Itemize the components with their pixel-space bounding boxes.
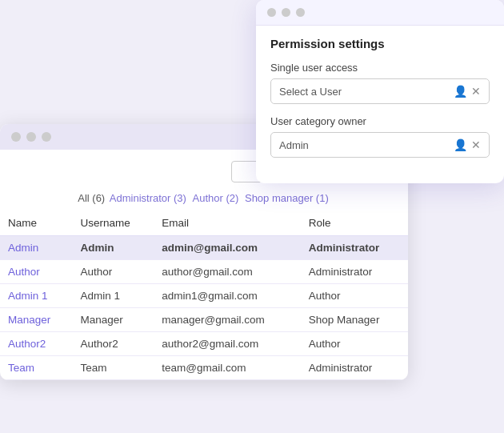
user-icon: 👤: [454, 85, 467, 98]
cell-role: Administrator: [301, 356, 408, 380]
single-user-label: Single user access: [270, 62, 490, 74]
user-category-value: Admin: [279, 139, 309, 151]
cell-name[interactable]: Admin: [0, 236, 73, 260]
table-row: AdminAdminadmin@gmail.comAdministrator: [0, 236, 408, 260]
fg-dot-1: [267, 8, 276, 17]
table-row: ManagerManagermanager@gmail.comShop Mana…: [0, 308, 408, 332]
filter-shopmanager[interactable]: Shop manager (1): [245, 192, 329, 204]
cell-role: Author: [301, 332, 408, 356]
dot-2: [26, 132, 36, 142]
dot-3: [42, 132, 51, 142]
close-icon[interactable]: ✕: [471, 85, 481, 98]
single-user-placeholder: Select a User: [279, 86, 342, 98]
cell-username: Author2: [73, 332, 154, 356]
col-role: Role: [301, 210, 408, 236]
table-row: AuthorAuthorauthor@gmail.comAdministrato…: [0, 260, 408, 284]
cell-username: Admin: [73, 236, 154, 260]
table-row: TeamTeamteam@gmail.comAdministrator: [0, 356, 408, 380]
cell-role: Administrator: [301, 260, 408, 284]
filter-author[interactable]: Author (2): [193, 192, 239, 204]
cell-role: Author: [301, 284, 408, 308]
bg-window-body: Search Users All (6) Administrator (3) A…: [0, 150, 408, 380]
cell-email: author@gmail.com: [154, 260, 301, 284]
table-row: Author2Author2author2@gmail.comAuthor: [0, 332, 408, 356]
cell-email: team@gmail.com: [154, 356, 301, 380]
cell-email: admin1@gmail.com: [154, 284, 301, 308]
cell-name[interactable]: Author: [0, 260, 73, 284]
cell-username: Manager: [73, 308, 154, 332]
fg-titlebar: [256, 0, 504, 26]
cell-name[interactable]: Team: [0, 356, 73, 380]
fg-body: Permission settings Single user access S…: [256, 26, 504, 183]
fg-dot-2: [282, 8, 290, 17]
col-name: Name: [0, 210, 73, 236]
table-row: Admin 1Admin 1admin1@gmail.comAuthor: [0, 284, 408, 308]
cell-name[interactable]: Admin 1: [0, 284, 73, 308]
cell-username: Admin 1: [73, 284, 154, 308]
cell-name[interactable]: Author2: [0, 332, 73, 356]
close-icon-2[interactable]: ✕: [471, 138, 481, 151]
user-table: Name Username Email Role AdminAdminadmin…: [0, 210, 408, 380]
filter-row: All (6) Administrator (3) Author (2) Sho…: [0, 189, 408, 210]
filter-administrator[interactable]: Administrator (3): [110, 192, 186, 204]
cell-username: Team: [73, 356, 154, 380]
user-category-icons: 👤 ✕: [454, 138, 481, 151]
cell-role: Shop Manager: [301, 308, 408, 332]
user-icon-2: 👤: [454, 138, 467, 151]
col-email: Email: [154, 210, 301, 236]
fg-dot-3: [296, 8, 305, 17]
user-category-label: User category owner: [270, 115, 490, 127]
permission-title: Permission settings: [270, 37, 490, 50]
cell-username: Author: [73, 260, 154, 284]
dot-1: [11, 132, 21, 142]
cell-email: admin@gmail.com: [154, 236, 301, 260]
single-user-icons: 👤 ✕: [454, 85, 481, 98]
cell-email: manager@gmail.com: [154, 308, 301, 332]
table-header-row: Name Username Email Role: [0, 210, 408, 236]
filter-all: All (6): [78, 192, 105, 204]
col-username: Username: [73, 210, 154, 236]
single-user-select[interactable]: Select a User 👤 ✕: [270, 78, 490, 104]
cell-role: Administrator: [301, 236, 408, 260]
cell-name[interactable]: Manager: [0, 308, 73, 332]
cell-email: author2@gmail.com: [154, 332, 301, 356]
user-category-select[interactable]: Admin 👤 ✕: [270, 132, 490, 158]
permission-dialog: Permission settings Single user access S…: [256, 0, 504, 183]
